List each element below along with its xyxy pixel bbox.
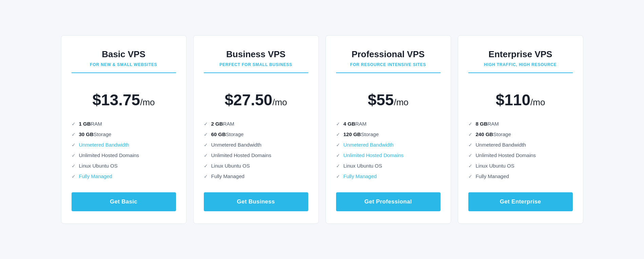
- check-icon: ✓: [468, 132, 472, 137]
- check-icon: ✓: [468, 153, 472, 158]
- list-item: ✓2 GB RAM: [204, 118, 308, 129]
- feature-text: Linux Ubuntu OS: [211, 163, 250, 169]
- features-list-professional: ✓4 GB RAM✓120 GB Storage✓Unmetered Bandw…: [336, 118, 441, 181]
- pricing-card-basic: Basic VPSFOR NEW & SMALL WEBSITES$13.75/…: [61, 35, 187, 224]
- check-icon: ✓: [204, 174, 208, 179]
- list-item: ✓Linux Ubuntu OS: [204, 160, 308, 171]
- check-icon: ✓: [204, 153, 208, 158]
- check-icon: ✓: [336, 153, 340, 158]
- list-item: ✓Unmetered Bandwidth: [72, 139, 176, 150]
- card-subtitle-enterprise: HIGH TRAFFIC, HIGH RESOURCE: [468, 62, 573, 67]
- card-divider-enterprise: [468, 72, 573, 73]
- feature-text: Linux Ubuntu OS: [79, 163, 118, 169]
- list-item: ✓Linux Ubuntu OS: [468, 160, 573, 171]
- cta-button-professional[interactable]: Get Professional: [336, 192, 441, 211]
- check-icon: ✓: [336, 132, 340, 137]
- card-divider-basic: [72, 72, 176, 73]
- card-subtitle-business: PERFECT FOR SMALL BUSINESS: [204, 62, 308, 67]
- list-item: ✓Fully Managed: [336, 171, 441, 181]
- list-item: ✓1 GB RAM: [72, 118, 176, 129]
- cta-button-business[interactable]: Get Business: [204, 192, 308, 211]
- pricing-card-business: Business VPSPERFECT FOR SMALL BUSINESS$2…: [193, 35, 319, 224]
- card-title-basic: Basic VPS: [72, 49, 176, 60]
- feature-text: RAM: [488, 121, 499, 127]
- list-item: ✓Unlimited Hosted Domains: [72, 150, 176, 160]
- check-icon: ✓: [204, 121, 208, 127]
- list-item: ✓60 GB Storage: [204, 129, 308, 139]
- feature-text: Unmetered Bandwidth: [344, 142, 394, 148]
- feature-text: Unmetered Bandwidth: [79, 142, 129, 148]
- check-icon: ✓: [336, 174, 340, 179]
- check-icon: ✓: [72, 153, 76, 158]
- check-icon: ✓: [72, 163, 76, 169]
- list-item: ✓Unlimited Hosted Domains: [468, 150, 573, 160]
- list-item: ✓Linux Ubuntu OS: [336, 160, 441, 171]
- list-item: ✓Unmetered Bandwidth: [468, 139, 573, 150]
- check-icon: ✓: [204, 163, 208, 169]
- feature-bold-text: 240 GB: [476, 131, 493, 137]
- check-icon: ✓: [468, 121, 472, 127]
- list-item: ✓Unlimited Hosted Domains: [204, 150, 308, 160]
- feature-text: Unlimited Hosted Domains: [211, 152, 272, 158]
- check-icon: ✓: [336, 121, 340, 127]
- card-price-enterprise: $110/mo: [468, 91, 573, 109]
- list-item: ✓240 GB Storage: [468, 129, 573, 139]
- features-list-business: ✓2 GB RAM✓60 GB Storage✓Unmetered Bandwi…: [204, 118, 308, 181]
- feature-text: Unmetered Bandwidth: [476, 142, 526, 148]
- feature-text: Unlimited Hosted Domains: [476, 152, 536, 158]
- pricing-container: Basic VPSFOR NEW & SMALL WEBSITES$13.75/…: [51, 35, 593, 224]
- list-item: ✓Fully Managed: [204, 171, 308, 181]
- card-price-basic: $13.75/mo: [72, 91, 176, 109]
- check-icon: ✓: [204, 132, 208, 137]
- card-subtitle-basic: FOR NEW & SMALL WEBSITES: [72, 62, 176, 67]
- check-icon: ✓: [72, 121, 76, 127]
- feature-text: Unlimited Hosted Domains: [344, 152, 404, 158]
- feature-text: RAM: [223, 121, 234, 127]
- feature-bold-text: 60 GB: [211, 131, 226, 137]
- check-icon: ✓: [204, 142, 208, 148]
- list-item: ✓4 GB RAM: [336, 118, 441, 129]
- list-item: ✓Linux Ubuntu OS: [72, 160, 176, 171]
- card-divider-professional: [336, 72, 441, 73]
- card-price-business: $27.50/mo: [204, 91, 308, 109]
- list-item: ✓120 GB Storage: [336, 129, 441, 139]
- card-price-professional: $55/mo: [336, 91, 441, 109]
- cta-button-basic[interactable]: Get Basic: [72, 192, 176, 211]
- feature-bold-text: 120 GB: [344, 131, 361, 137]
- feature-text: Storage: [493, 131, 511, 137]
- feature-text: Fully Managed: [476, 173, 509, 179]
- check-icon: ✓: [336, 163, 340, 169]
- card-title-enterprise: Enterprise VPS: [468, 49, 573, 60]
- feature-text: Fully Managed: [79, 173, 112, 179]
- feature-text: Storage: [226, 131, 244, 137]
- card-header-basic: Basic VPSFOR NEW & SMALL WEBSITES: [72, 49, 176, 73]
- feature-bold-text: 30 GB: [79, 131, 94, 137]
- list-item: ✓Unlimited Hosted Domains: [336, 150, 441, 160]
- feature-text: Storage: [94, 131, 112, 137]
- feature-text: Fully Managed: [344, 173, 377, 179]
- check-icon: ✓: [72, 142, 76, 148]
- list-item: ✓Fully Managed: [72, 171, 176, 181]
- features-list-enterprise: ✓8 GB RAM✓240 GB Storage✓Unmetered Bandw…: [468, 118, 573, 181]
- feature-text: Unlimited Hosted Domains: [79, 152, 139, 158]
- list-item: ✓Unmetered Bandwidth: [204, 139, 308, 150]
- check-icon: ✓: [72, 174, 76, 179]
- check-icon: ✓: [468, 174, 472, 179]
- feature-bold-text: 4 GB: [344, 121, 355, 127]
- cta-button-enterprise[interactable]: Get Enterprise: [468, 192, 573, 211]
- card-header-enterprise: Enterprise VPSHIGH TRAFFIC, HIGH RESOURC…: [468, 49, 573, 73]
- list-item: ✓Unmetered Bandwidth: [336, 139, 441, 150]
- card-title-business: Business VPS: [204, 49, 308, 60]
- feature-bold-text: 8 GB: [476, 121, 488, 127]
- feature-bold-text: 1 GB: [79, 121, 91, 127]
- list-item: ✓Fully Managed: [468, 171, 573, 181]
- feature-text: RAM: [355, 121, 367, 127]
- card-title-professional: Professional VPS: [336, 49, 441, 60]
- card-header-business: Business VPSPERFECT FOR SMALL BUSINESS: [204, 49, 308, 73]
- check-icon: ✓: [72, 132, 76, 137]
- list-item: ✓30 GB Storage: [72, 129, 176, 139]
- check-icon: ✓: [336, 142, 340, 148]
- check-icon: ✓: [468, 142, 472, 148]
- check-icon: ✓: [468, 163, 472, 169]
- feature-bold-text: 2 GB: [211, 121, 223, 127]
